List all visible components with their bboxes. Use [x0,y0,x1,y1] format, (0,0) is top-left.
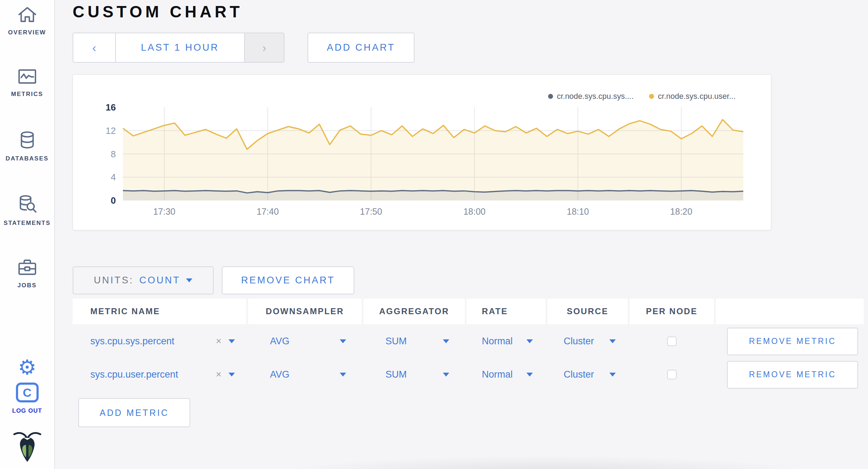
page-title: CUSTOM CHART [73,2,243,21]
metrics-table-header: METRIC NAME DOWNSAMPLER AGGREGATOR RATE … [73,299,864,324]
time-range-next-button[interactable]: › [245,33,284,62]
logout-label: LOG OUT [12,407,42,414]
chart-card: cr.node.sys.cpu.sys....cr.node.sys.cpu.u… [73,74,771,230]
svg-text:17:30: 17:30 [153,207,175,216]
legend-dot-icon [649,94,654,99]
chevron-down-icon [340,339,346,343]
svg-text:4: 4 [111,172,116,182]
main-content: CUSTOM CHART ‹ LAST 1 HOUR › ADD CHART c… [56,0,868,469]
svg-text:18:10: 18:10 [567,207,589,216]
metric-name-link[interactable]: sys.cpu.sys.percent [90,336,174,347]
chevron-down-icon [526,373,533,377]
chevron-down-icon[interactable] [229,339,235,343]
svg-text:12: 12 [106,125,116,136]
metric-name-link[interactable]: sys.cpu.user.percent [90,369,178,380]
column-header-per-node: PER NODE [630,299,714,324]
units-label: UNITS: [94,275,134,286]
aggregator-dropdown[interactable]: SUM [363,324,465,359]
column-header-source: SOURCE [547,299,628,324]
gear-icon: ⚙ [18,357,36,378]
logout-button[interactable]: C LOG OUT [0,383,54,414]
settings-button[interactable]: ⚙ [0,357,54,378]
cockroach-logo[interactable] [0,429,54,463]
database-icon [17,130,38,150]
svg-text:18:00: 18:00 [463,207,486,216]
svg-text:0: 0 [111,195,116,206]
column-header-downsampler: DOWNSAMPLER [248,299,362,324]
source-dropdown[interactable]: Cluster [547,324,628,359]
chevron-right-icon: › [262,41,266,55]
time-range-prev-button[interactable]: ‹ [73,33,115,62]
chevron-down-icon [443,373,449,377]
chevron-down-icon [609,339,616,343]
svg-text:17:40: 17:40 [257,207,279,216]
cockroach-bug-icon [12,429,43,463]
clear-metric-icon[interactable]: × [216,336,221,347]
svg-text:18:20: 18:20 [670,207,693,216]
svg-text:16: 16 [106,102,116,113]
sidebar-item-label: METRICS [11,91,43,98]
chevron-left-icon: ‹ [92,41,96,55]
aggregator-dropdown[interactable]: SUM [363,357,465,392]
cockroach-c-icon: C [16,383,39,402]
chevron-down-icon [609,373,616,377]
legend-label: cr.node.sys.cpu.sys.... [557,92,633,101]
column-header-aggregator: AGGREGATOR [363,299,465,324]
remove-chart-button[interactable]: REMOVE CHART [222,266,354,294]
time-range-selector: ‹ LAST 1 HOUR › [73,33,284,63]
sidebar: OVERVIEW METRICS DATABASES [0,0,55,469]
remove-metric-button[interactable]: REMOVE METRIC [727,361,858,389]
add-chart-button[interactable]: ADD CHART [308,33,415,63]
source-dropdown[interactable]: Cluster [547,357,628,392]
table-row: sys.cpu.sys.percent × AVG SUM Normal Clu… [73,324,864,359]
chevron-down-icon [186,278,192,282]
home-icon [17,6,38,24]
sidebar-item-statements[interactable]: STATEMENTS [0,194,54,227]
per-node-checkbox[interactable] [667,370,677,379]
legend-dot-icon [548,94,553,99]
svg-text:17:50: 17:50 [360,207,382,216]
chevron-down-icon [340,373,346,377]
sidebar-item-label: DATABASES [6,155,49,162]
column-header-actions [716,299,864,324]
remove-metric-button[interactable]: REMOVE METRIC [727,328,858,355]
per-node-checkbox[interactable] [667,337,677,346]
table-row: sys.cpu.user.percent × AVG SUM Normal Cl… [73,357,864,392]
svg-text:8: 8 [111,149,116,159]
rate-dropdown[interactable]: Normal [467,324,546,359]
clear-metric-icon[interactable]: × [216,369,221,380]
add-metric-button[interactable]: ADD METRIC [78,398,190,427]
custom-chart-page: OVERVIEW METRICS DATABASES [0,0,868,469]
chevron-down-icon[interactable] [229,373,235,377]
legend-item[interactable]: cr.node.sys.cpu.sys.... [548,92,633,101]
sidebar-item-label: STATEMENTS [4,220,51,227]
downsampler-dropdown[interactable]: AVG [248,324,362,359]
sidebar-item-label: OVERVIEW [8,29,46,36]
legend-label: cr.node.sys.cpu.user... [658,92,735,101]
downsampler-dropdown[interactable]: AVG [248,357,362,392]
metrics-icon [17,67,38,86]
bottom-scroll-shadow [226,453,868,469]
sidebar-item-jobs[interactable]: JOBS [0,258,54,289]
statements-icon [17,194,38,215]
sidebar-item-metrics[interactable]: METRICS [0,67,54,98]
time-range-dropdown[interactable]: LAST 1 HOUR [115,33,245,62]
legend-item[interactable]: cr.node.sys.cpu.user... [649,92,735,101]
column-header-metric-name: METRIC NAME [73,299,246,324]
column-header-rate: RATE [467,299,546,324]
units-dropdown[interactable]: UNITS: COUNT [73,266,214,294]
chart-legend: cr.node.sys.cpu.sys....cr.node.sys.cpu.u… [548,92,735,101]
chevron-down-icon [443,339,449,343]
sidebar-item-overview[interactable]: OVERVIEW [0,6,54,36]
sidebar-item-databases[interactable]: DATABASES [0,130,54,162]
rate-dropdown[interactable]: Normal [467,357,546,392]
briefcase-icon [17,258,38,277]
sidebar-item-label: JOBS [17,282,36,289]
chevron-down-icon [526,339,533,343]
